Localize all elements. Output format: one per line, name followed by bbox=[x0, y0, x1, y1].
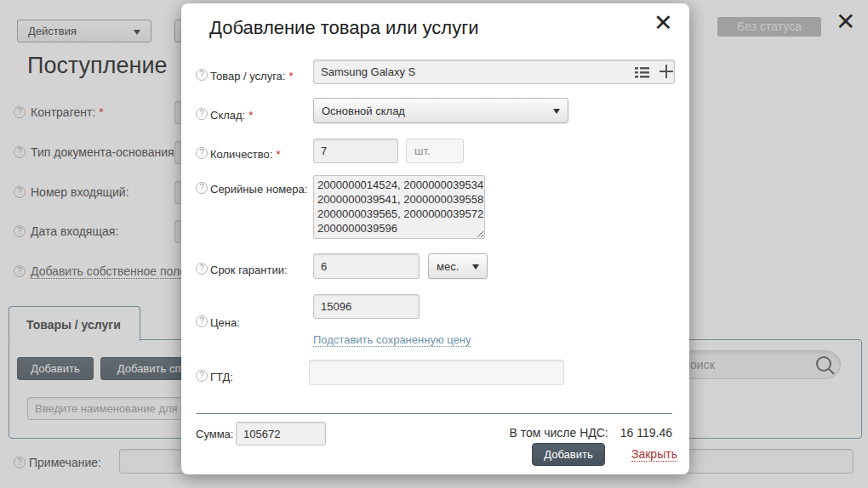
plus-icon[interactable] bbox=[658, 63, 675, 83]
warranty-unit-select[interactable]: мес. bbox=[428, 253, 488, 279]
help-icon[interactable]: ? bbox=[196, 147, 208, 159]
serials-label: Серийные номера: bbox=[210, 183, 307, 196]
help-icon[interactable]: ? bbox=[196, 370, 208, 382]
gtd-input[interactable] bbox=[309, 360, 564, 385]
sum-input[interactable] bbox=[236, 422, 326, 445]
serial-numbers-textarea[interactable] bbox=[313, 175, 485, 239]
gtd-label: ГТД: bbox=[210, 371, 233, 383]
quantity-unit: шт. bbox=[406, 139, 464, 163]
price-label: Цена: bbox=[210, 316, 240, 329]
help-icon[interactable]: ? bbox=[196, 69, 208, 81]
quantity-label: Количество:* bbox=[210, 148, 281, 161]
warehouse-label: Склад:* bbox=[210, 109, 253, 122]
help-icon[interactable]: ? bbox=[196, 315, 208, 327]
modal-close-icon[interactable]: ✕ bbox=[654, 12, 673, 35]
price-input[interactable] bbox=[313, 294, 420, 319]
footer-divider bbox=[196, 413, 672, 414]
insert-saved-price-link[interactable]: Подставить сохраненную цену bbox=[313, 333, 471, 347]
modal-close-link[interactable]: Закрыть bbox=[631, 447, 677, 462]
list-icon[interactable] bbox=[635, 66, 649, 82]
help-icon[interactable]: ? bbox=[196, 182, 208, 194]
product-label: Товар / услуга:* bbox=[210, 70, 294, 82]
product-input[interactable] bbox=[313, 60, 675, 84]
vat-row: В том числе НДС: 16 119.46 bbox=[437, 426, 672, 440]
modal-add-button[interactable]: Добавить bbox=[532, 443, 605, 466]
vat-value: 16 119.46 bbox=[620, 426, 672, 440]
chevron-down-icon bbox=[472, 264, 479, 273]
warranty-input[interactable] bbox=[313, 253, 420, 279]
warranty-label: Срок гарантии: bbox=[210, 264, 288, 276]
modal-title: Добавление товара или услуги bbox=[209, 17, 479, 39]
warehouse-select[interactable]: Основной склад bbox=[313, 98, 568, 123]
vat-label: В том числе НДС: bbox=[509, 426, 608, 440]
sum-label: Сумма: bbox=[196, 428, 233, 440]
help-icon[interactable]: ? bbox=[196, 263, 208, 275]
add-product-modal: Добавление товара или услуги ✕ ? Товар /… bbox=[181, 3, 689, 474]
chevron-down-icon bbox=[553, 109, 560, 117]
help-icon[interactable]: ? bbox=[196, 108, 208, 120]
quantity-input[interactable] bbox=[313, 139, 398, 163]
